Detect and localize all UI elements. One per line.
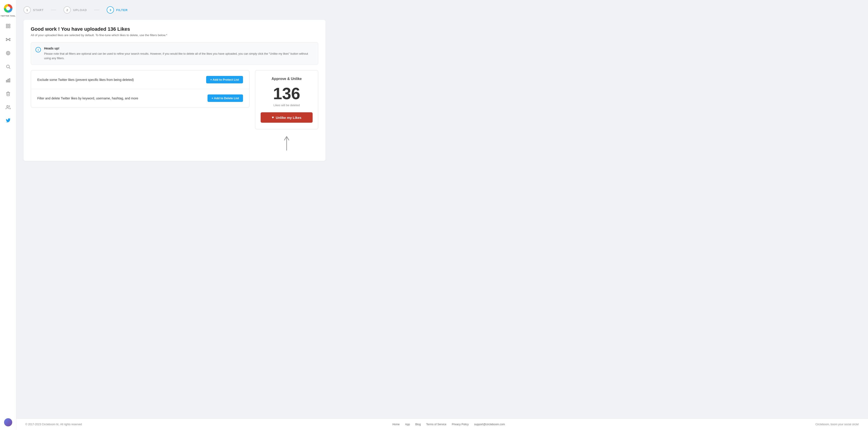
arrow-indicator <box>255 133 318 155</box>
approve-title: Approve & Unlike <box>260 77 313 81</box>
step-2-circle: 2 <box>64 6 71 13</box>
sidebar-item-dashboard[interactable] <box>4 22 13 31</box>
svg-rect-0 <box>6 24 7 26</box>
filter-protect-label: Exclude some Twitter likes (prevent spec… <box>37 78 134 81</box>
heart-icon: ♥ <box>272 115 274 120</box>
sidebar: TWITTER TOOL <box>0 0 16 430</box>
unlike-button[interactable]: ♥ Unlike my Likes <box>260 112 313 123</box>
step-1: 1 START <box>24 6 43 13</box>
footer-copyright: © 2017-2023 Circleboom llc. All rights r… <box>25 423 82 426</box>
svg-rect-18 <box>6 80 7 82</box>
notice-content: Heads up! Please note that all filters a… <box>44 46 313 61</box>
main-card: Good work ! You have uploaded 136 Likes … <box>24 20 326 161</box>
filters-column: Exclude some Twitter likes (prevent spec… <box>31 70 250 107</box>
step-3-circle: 3 <box>107 6 114 13</box>
footer-link-support[interactable]: support@circleboom.com <box>474 423 505 426</box>
svg-rect-2 <box>6 27 7 28</box>
step-connector-2 <box>94 10 99 10</box>
svg-rect-3 <box>8 27 10 28</box>
footer-link-blog[interactable]: Blog <box>415 423 421 426</box>
svg-line-10 <box>8 39 9 39</box>
page-subtitle: All of your uploaded likes are selected … <box>31 33 318 37</box>
svg-point-8 <box>9 40 10 41</box>
approve-panel: Approve & Unlike 136 Likes will be delet… <box>255 70 318 155</box>
svg-rect-20 <box>9 79 10 82</box>
step-1-circle: 1 <box>24 6 31 13</box>
main-row: Exclude some Twitter likes (prevent spec… <box>31 70 318 155</box>
footer-link-terms[interactable]: Terms of Service <box>426 423 446 426</box>
svg-point-7 <box>6 40 7 41</box>
filter-card: Exclude some Twitter likes (prevent spec… <box>31 70 250 107</box>
svg-point-21 <box>6 105 8 107</box>
footer-link-home[interactable]: Home <box>393 423 400 426</box>
steps-indicator: 1 START 2 UPLOAD 3 FILTER <box>24 6 326 13</box>
users-icon <box>6 105 11 110</box>
svg-line-12 <box>8 40 9 40</box>
sidebar-item-network[interactable] <box>4 35 13 44</box>
notice-title: Heads up! <box>44 46 313 50</box>
step-2: 2 UPLOAD <box>64 6 87 13</box>
target-icon <box>6 51 11 56</box>
add-delete-list-button[interactable]: + Add to Delete List <box>208 94 243 102</box>
app-logo[interactable] <box>3 4 13 13</box>
info-icon: i <box>35 47 41 53</box>
step-connector-1 <box>51 10 56 10</box>
footer-links: Home App Blog Terms of Service Privacy P… <box>393 423 505 426</box>
trash-icon <box>6 91 11 96</box>
add-protect-list-button[interactable]: + Add to Protect List <box>206 76 243 84</box>
filter-delete-label: Filter and delete Twitter likes by keywo… <box>37 97 138 100</box>
svg-point-15 <box>8 53 8 53</box>
user-avatar[interactable] <box>4 418 12 426</box>
approve-count: 136 <box>260 86 313 102</box>
step-1-label: START <box>33 8 43 12</box>
svg-point-5 <box>6 38 7 39</box>
svg-rect-1 <box>8 24 10 26</box>
sidebar-item-search[interactable] <box>4 62 13 71</box>
step-3: 3 FILTER <box>107 6 128 13</box>
svg-line-17 <box>9 68 10 69</box>
nodes-icon <box>6 37 11 42</box>
sidebar-nav <box>4 22 13 418</box>
footer-link-app[interactable]: App <box>405 423 410 426</box>
bar-chart-icon <box>6 78 11 83</box>
step-3-label: FILTER <box>116 8 128 12</box>
svg-rect-19 <box>8 79 8 82</box>
app-label: TWITTER TOOL <box>1 15 16 17</box>
svg-line-11 <box>7 40 8 40</box>
grid-icon <box>6 24 11 29</box>
sidebar-item-twitter[interactable] <box>4 117 13 125</box>
search-icon <box>6 64 11 69</box>
sidebar-item-target[interactable] <box>4 48 13 58</box>
notice-text: Please note that all filters are optiona… <box>44 52 313 61</box>
sidebar-item-users[interactable] <box>4 103 13 112</box>
svg-point-6 <box>9 38 10 39</box>
filter-item-protect: Exclude some Twitter likes (prevent spec… <box>31 70 249 89</box>
approve-card: Approve & Unlike 136 Likes will be delet… <box>255 70 318 129</box>
up-arrow-icon <box>283 135 291 153</box>
unlike-button-label: Unlike my Likes <box>276 116 301 120</box>
sidebar-item-analytics[interactable] <box>4 76 13 85</box>
filter-item-delete: Filter and delete Twitter likes by keywo… <box>31 89 249 107</box>
twitter-icon <box>6 119 11 123</box>
main-content: 1 START 2 UPLOAD 3 FILTER Good work ! Yo… <box>16 0 868 430</box>
approve-description: Likes will be deleted <box>260 103 313 107</box>
sidebar-item-delete[interactable] <box>4 89 13 98</box>
footer: © 2017-2023 Circleboom llc. All rights r… <box>16 419 868 430</box>
svg-point-4 <box>8 39 8 40</box>
page-title: Good work ! You have uploaded 136 Likes <box>31 26 318 32</box>
svg-point-16 <box>6 65 9 68</box>
step-2-label: UPLOAD <box>73 8 87 12</box>
svg-line-9 <box>7 39 8 39</box>
footer-link-privacy[interactable]: Privacy Policy <box>452 423 469 426</box>
footer-tagline: Circleboom, boom your social circle! <box>815 423 859 426</box>
notice-box: i Heads up! Please note that all filters… <box>31 42 318 65</box>
